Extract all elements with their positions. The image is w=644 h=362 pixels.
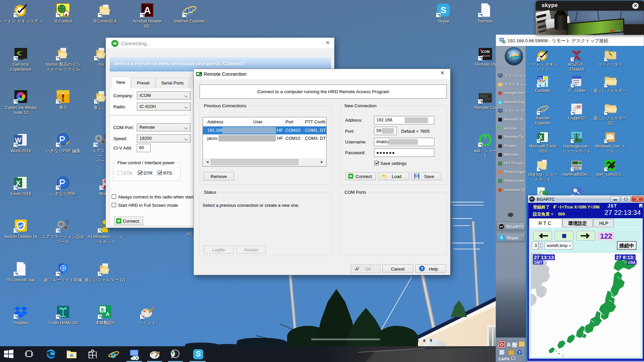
svg-text:CQ: CQ [538,77,542,79]
svg-text:S: S [440,5,446,15]
svg-text:14.070: 14.070 [572,162,579,164]
svg-text:TEST: TEST [538,79,546,83]
svg-text:iCOM: iCOM [481,50,490,54]
svg-text:e: e [111,349,116,360]
svg-text:32: 32 [577,105,581,109]
svg-text:A: A [144,5,151,16]
svg-text:?: ? [421,266,423,270]
svg-text:あ: あ [100,307,105,312]
svg-text:A: A [106,311,110,317]
